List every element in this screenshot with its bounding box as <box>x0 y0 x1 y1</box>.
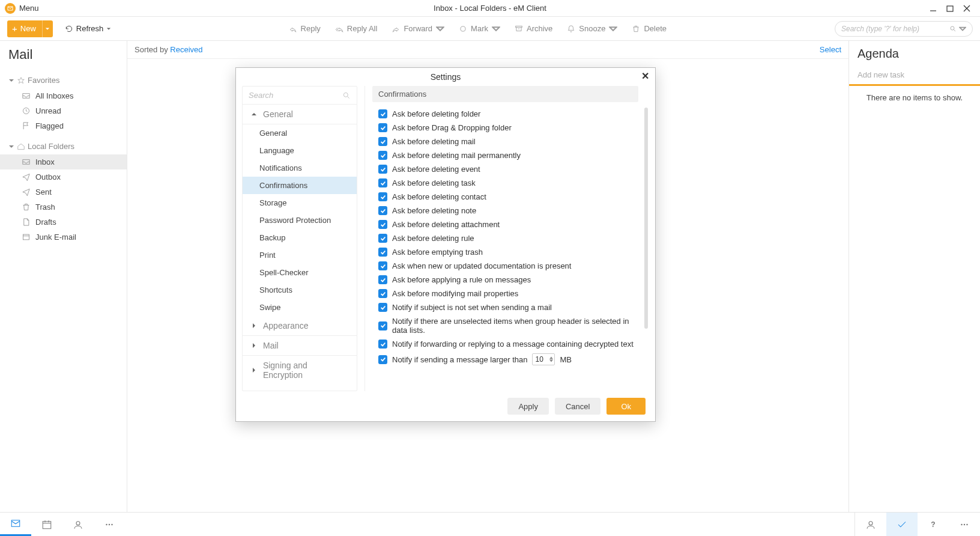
view-mail-button[interactable] <box>0 513 31 536</box>
checkbox-checked-icon[interactable] <box>378 234 387 243</box>
cancel-button[interactable]: Cancel <box>555 398 600 415</box>
settings-sub-item[interactable]: Swipe <box>243 299 357 316</box>
confirm-option[interactable]: Ask before deleting mail permanently <box>372 148 638 162</box>
view-more-button[interactable] <box>94 513 125 536</box>
confirm-option[interactable]: Ask before deleting folder <box>372 107 638 121</box>
confirm-option[interactable]: Notify if there are unselected items whe… <box>372 314 638 337</box>
add-task-input[interactable]: Add new task <box>849 65 980 86</box>
nav-item-inbox[interactable]: Inbox <box>0 154 127 169</box>
new-dropdown[interactable] <box>42 20 53 37</box>
settings-cat-signing[interactable]: Signing and Encryption <box>243 356 357 385</box>
reply-all-button[interactable]: Reply All <box>335 24 378 33</box>
confirm-option[interactable]: Notify if forwarding or replying to a me… <box>372 337 638 351</box>
settings-sub-item[interactable]: Notifications <box>243 159 357 177</box>
checkbox-checked-icon[interactable] <box>378 355 387 364</box>
checkbox-checked-icon[interactable] <box>378 137 387 146</box>
checkbox-checked-icon[interactable] <box>378 275 387 284</box>
size-threshold-input[interactable]: 10 <box>532 353 555 365</box>
confirm-option[interactable]: Ask before deleting rule <box>372 231 638 245</box>
confirm-option[interactable]: Ask when new or updated documentation is… <box>372 259 638 273</box>
confirm-option[interactable]: Notify if sending a message larger than … <box>372 351 638 368</box>
reply-button[interactable]: Reply <box>289 24 321 33</box>
close-icon[interactable]: ✕ <box>641 70 649 82</box>
settings-search-input[interactable]: Search <box>243 87 357 105</box>
close-window-button[interactable] <box>958 1 975 16</box>
forward-button[interactable]: Forward <box>392 24 444 33</box>
checkbox-checked-icon[interactable] <box>378 192 387 201</box>
checkbox-checked-icon[interactable] <box>378 206 387 215</box>
settings-sub-item[interactable]: Confirmations <box>243 177 357 194</box>
panel-contacts-button[interactable] <box>855 513 886 536</box>
nav-item-unread[interactable]: Unread <box>0 103 127 118</box>
minimize-button[interactable] <box>925 1 942 16</box>
settings-sub-item[interactable]: Spell-Checker <box>243 264 357 281</box>
settings-sub-item[interactable]: Print <box>243 246 357 264</box>
nav-item-drafts[interactable]: Drafts <box>0 215 127 230</box>
checkbox-checked-icon[interactable] <box>378 289 387 298</box>
menu-button[interactable]: Menu <box>19 4 39 13</box>
confirm-option[interactable]: Notify if subject is not set when sendin… <box>372 300 638 314</box>
apply-button[interactable]: Apply <box>507 398 549 415</box>
refresh-button[interactable]: Refresh <box>65 24 112 33</box>
snooze-button[interactable]: Snooze <box>567 24 617 33</box>
favorites-header[interactable]: Favorites <box>0 72 127 88</box>
nav-item-flagged[interactable]: Flagged <box>0 118 127 133</box>
nav-item-outbox[interactable]: Outbox <box>0 169 127 184</box>
settings-sub-item[interactable]: Storage <box>243 194 357 212</box>
archive-button[interactable]: Archive <box>515 24 552 33</box>
ok-button[interactable]: Ok <box>606 398 646 415</box>
checkbox-checked-icon[interactable] <box>378 123 387 132</box>
local-folders-header[interactable]: Local Folders <box>0 138 127 154</box>
mark-button[interactable]: Mark <box>459 24 500 33</box>
view-contacts-button[interactable] <box>62 513 94 536</box>
checkbox-checked-icon[interactable] <box>378 303 387 312</box>
checkbox-checked-icon[interactable] <box>378 248 387 257</box>
view-calendar-button[interactable] <box>31 513 62 536</box>
confirm-option[interactable]: Ask before emptying trash <box>372 245 638 259</box>
sort-field-link[interactable]: Received <box>170 45 202 54</box>
checkbox-checked-icon[interactable] <box>378 109 387 118</box>
checkbox-checked-icon[interactable] <box>378 340 387 349</box>
checkbox-checked-icon[interactable] <box>378 321 387 330</box>
nav-item-sent[interactable]: Sent <box>0 184 127 199</box>
nav-item-trash[interactable]: Trash <box>0 199 127 215</box>
checkbox-checked-icon[interactable] <box>378 151 387 160</box>
scrollbar[interactable] <box>643 108 648 359</box>
select-link[interactable]: Select <box>820 45 841 54</box>
confirm-option[interactable]: Ask before deleting event <box>372 162 638 176</box>
checkbox-checked-icon[interactable] <box>378 220 387 229</box>
confirm-option[interactable]: Ask before deleting mail <box>372 135 638 148</box>
new-button[interactable]: +New <box>7 20 53 37</box>
confirm-option[interactable]: Ask before modifying mail properties <box>372 287 638 300</box>
confirm-option[interactable]: Ask before applying a rule on messages <box>372 273 638 287</box>
confirm-option[interactable]: Ask before deleting task <box>372 176 638 190</box>
settings-sub-item[interactable]: General <box>243 124 357 142</box>
panel-agenda-button[interactable] <box>886 513 918 536</box>
confirm-option[interactable]: Ask before deleting note <box>372 204 638 218</box>
confirm-option[interactable]: Ask before Drag & Dropping folder <box>372 121 638 135</box>
spinner-down-icon[interactable] <box>549 359 553 362</box>
delete-button[interactable]: Delete <box>632 24 667 33</box>
global-search-input[interactable]: Search (type '?' for help) <box>835 21 973 37</box>
panel-more-button[interactable] <box>949 513 980 536</box>
nav-item-junk[interactable]: Junk E-mail <box>0 230 127 245</box>
confirm-option[interactable]: Ask before deleting attachment <box>372 218 638 231</box>
settings-sub-item[interactable]: Password Protection <box>243 212 357 229</box>
calendar-icon <box>41 519 52 530</box>
mark-label: Mark <box>471 24 488 33</box>
checkbox-checked-icon[interactable] <box>378 261 387 270</box>
nav-item-all-inboxes[interactable]: All Inboxes <box>0 88 127 103</box>
settings-sub-item[interactable]: Language <box>243 142 357 159</box>
checkbox-checked-icon[interactable] <box>378 178 387 187</box>
settings-cat-general[interactable]: General <box>243 105 357 124</box>
settings-cat-mail[interactable]: Mail <box>243 336 357 356</box>
svg-text:?: ? <box>931 520 935 528</box>
option-label: Ask before deleting rule <box>392 234 474 243</box>
maximize-button[interactable] <box>942 1 958 16</box>
settings-sub-item[interactable]: Backup <box>243 229 357 246</box>
checkbox-checked-icon[interactable] <box>378 165 387 174</box>
settings-sub-item[interactable]: Shortcuts <box>243 281 357 299</box>
confirm-option[interactable]: Ask before deleting contact <box>372 190 638 204</box>
help-button[interactable]: ? <box>918 513 949 536</box>
settings-cat-appearance[interactable]: Appearance <box>243 316 357 336</box>
